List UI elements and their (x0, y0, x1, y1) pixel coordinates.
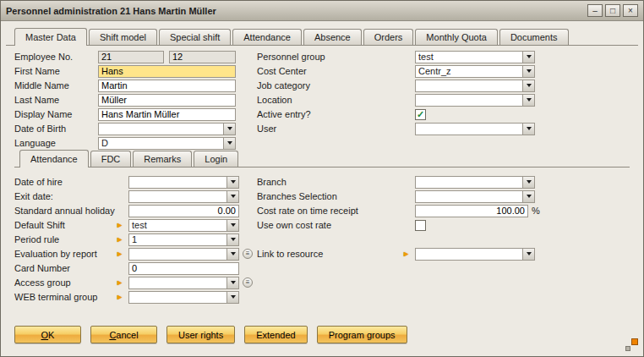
link-to-resource-combo[interactable] (415, 248, 535, 261)
tab-label: Shift model (100, 32, 146, 42)
location-value (416, 95, 522, 106)
cancel-button[interactable]: Cancel (90, 326, 157, 343)
link-arrow-icon[interactable]: ► (116, 294, 123, 301)
attendance-left-column: Date of hire Exit date: Standard annual … (14, 175, 268, 305)
period-rule-combo[interactable]: 1 (128, 233, 239, 246)
dropdown-arrow-icon[interactable] (522, 52, 534, 63)
window-controls: – □ × (587, 4, 638, 17)
date-of-hire-value (129, 177, 226, 188)
access-group-combo[interactable] (128, 277, 239, 289)
link-arrow-icon[interactable]: ► (116, 236, 123, 244)
maximize-icon: □ (610, 7, 615, 15)
branches-selection-value (416, 191, 522, 202)
tab-master-data[interactable]: Master Data (14, 28, 87, 46)
dropdown-arrow-icon[interactable] (226, 177, 238, 188)
arrow-slot: ► (116, 250, 128, 258)
job-category-combo[interactable] (415, 80, 535, 92)
branch-value (416, 177, 522, 188)
row-date-of-hire: Date of hire (14, 175, 268, 189)
location-combo[interactable] (415, 94, 535, 107)
last-name-input[interactable] (98, 94, 236, 107)
active-entry-label: Active entry? (257, 109, 415, 119)
exit-date-label: Exit date: (14, 191, 116, 201)
inner-tab-login[interactable]: Login (194, 151, 238, 167)
link-arrow-icon[interactable]: ► (402, 250, 410, 258)
extended-button[interactable]: Extended (244, 326, 307, 343)
selection-list-glyph: ≡ (246, 279, 250, 286)
standard-annual-holiday-input[interactable] (128, 205, 239, 217)
dropdown-arrow-icon[interactable] (522, 249, 534, 260)
user-rights-button[interactable]: User rights (166, 326, 235, 343)
inner-tab-attendance[interactable]: Attendance (19, 150, 89, 168)
close-button[interactable]: × (623, 4, 638, 17)
tab-label: Login (205, 154, 227, 164)
user-combo[interactable] (415, 123, 535, 135)
program-groups-button[interactable]: Program groups (317, 326, 407, 343)
row-exit-date: Exit date: (14, 189, 268, 203)
dropdown-arrow-icon[interactable] (226, 249, 238, 260)
resize-grip[interactable] (625, 338, 638, 352)
cost-rate-input[interactable] (415, 205, 528, 217)
branch-combo[interactable] (415, 176, 535, 189)
tab-attendance[interactable]: Attendance (232, 29, 302, 45)
dropdown-arrow-icon[interactable] (226, 277, 238, 288)
personnel-group-combo[interactable]: test (415, 51, 535, 63)
language-combo[interactable]: D (98, 137, 236, 150)
dropdown-arrow-icon[interactable] (522, 177, 534, 188)
dropdown-arrow-icon[interactable] (226, 220, 238, 231)
dropdown-arrow-icon[interactable] (223, 138, 235, 149)
evaluation-by-report-combo[interactable] (128, 248, 239, 261)
dropdown-arrow-icon[interactable] (522, 95, 534, 106)
job-category-label: Job category (257, 80, 415, 91)
tab-monthly-quota[interactable]: Monthly Quota (415, 29, 498, 45)
middle-name-input[interactable] (98, 80, 236, 92)
dropdown-arrow-icon[interactable] (226, 234, 238, 245)
dropdown-arrow-icon[interactable] (226, 292, 238, 303)
tab-shift-model[interactable]: Shift model (89, 29, 157, 45)
default-shift-combo[interactable]: test (128, 219, 239, 232)
dropdown-arrow-icon[interactable] (226, 191, 238, 202)
dropdown-arrow-icon[interactable] (522, 124, 534, 135)
tab-label: Monthly Quota (426, 32, 487, 42)
link-arrow-icon[interactable]: ► (116, 279, 123, 287)
link-arrow-icon[interactable]: ► (116, 250, 123, 258)
dropdown-arrow-icon[interactable] (522, 66, 534, 77)
cost-center-combo[interactable]: Centr_z (415, 65, 535, 78)
first-name-input[interactable] (98, 65, 236, 78)
tab-special-shift[interactable]: Special shift (159, 29, 231, 45)
exit-date-combo[interactable] (128, 190, 239, 203)
active-entry-checkbox[interactable]: ✓ (415, 109, 426, 120)
master-data-right-column: Personnel group test Cost Center Centr_z… (257, 50, 553, 136)
use-own-cost-rate-label: Use own cost rate (257, 220, 402, 230)
date-of-birth-combo[interactable] (98, 123, 236, 135)
title-bar[interactable]: Personnel administration 21 Hans Martin … (1, 1, 643, 21)
link-arrow-icon[interactable]: ► (116, 222, 123, 229)
tab-documents[interactable]: Documents (499, 29, 569, 45)
evaluation-by-report-value (129, 249, 226, 260)
row-branches-selection: Branches Selection (257, 189, 561, 203)
dropdown-arrow-icon[interactable] (522, 80, 534, 91)
minimize-button[interactable]: – (587, 4, 603, 17)
dropdown-arrow-icon[interactable] (522, 191, 534, 202)
tab-orders[interactable]: Orders (363, 29, 414, 45)
use-own-cost-rate-checkbox[interactable] (415, 220, 426, 231)
access-group-value (129, 277, 226, 288)
selection-list-icon[interactable]: ≡ (243, 277, 253, 288)
display-name-label: Display Name (14, 109, 98, 119)
card-number-input[interactable] (128, 262, 239, 275)
selection-list-icon[interactable]: ≡ (243, 249, 253, 259)
resize-grip-square-gray (625, 346, 630, 351)
row-middle-name: Middle Name (14, 79, 243, 92)
employee-no-input[interactable] (98, 51, 164, 63)
inner-tab-remarks[interactable]: Remarks (133, 151, 192, 167)
display-name-input[interactable] (98, 108, 236, 121)
web-terminal-group-combo[interactable] (128, 291, 239, 304)
date-of-hire-combo[interactable] (128, 176, 239, 189)
branches-selection-combo[interactable] (415, 190, 535, 203)
maximize-button[interactable]: □ (605, 4, 620, 17)
ok-button[interactable]: OK (14, 326, 81, 343)
inner-tab-fdc[interactable]: FDC (90, 151, 132, 167)
tab-absence[interactable]: Absence (303, 29, 362, 45)
employee-no2-input[interactable] (169, 51, 236, 63)
dropdown-arrow-icon[interactable] (223, 124, 235, 135)
